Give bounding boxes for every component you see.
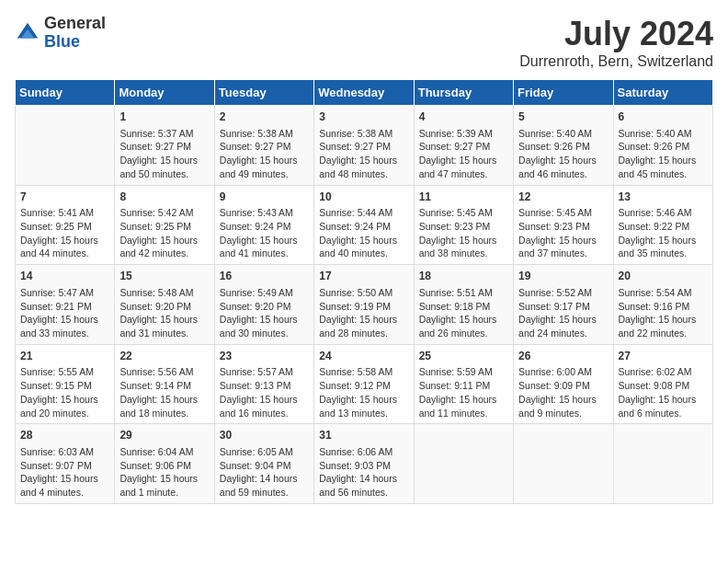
cell-content-line: Sunset: 9:27 PM (220, 140, 309, 154)
calendar-cell: 4Sunrise: 5:39 AMSunset: 9:27 PMDaylight… (414, 106, 513, 186)
day-number: 3 (319, 109, 408, 125)
cell-content-line: Sunset: 9:20 PM (220, 300, 309, 314)
calendar-cell: 30Sunrise: 6:05 AMSunset: 9:04 PMDayligh… (214, 424, 313, 504)
cell-content-line: Daylight: 15 hours and 20 minutes. (20, 393, 109, 419)
cell-content-line: Sunset: 9:18 PM (419, 300, 508, 314)
calendar-cell: 21Sunrise: 5:55 AMSunset: 9:15 PMDayligh… (16, 344, 115, 424)
cell-content-line: Sunrise: 5:45 AM (419, 206, 508, 220)
cell-content-line: Sunset: 9:27 PM (119, 140, 209, 154)
cell-content-line: Sunrise: 5:55 AM (20, 365, 109, 379)
cell-content-line: Sunrise: 5:50 AM (319, 286, 408, 300)
cell-content-line: Sunrise: 5:43 AM (220, 206, 309, 220)
cell-content-line: Sunset: 9:08 PM (619, 379, 708, 393)
day-number: 21 (20, 349, 109, 364)
calendar-cell: 28Sunrise: 6:03 AMSunset: 9:07 PMDayligh… (16, 424, 115, 504)
calendar-cell: 16Sunrise: 5:49 AMSunset: 9:20 PMDayligh… (214, 265, 313, 345)
cell-content-line: Sunset: 9:03 PM (319, 459, 408, 473)
week-row-2: 7Sunrise: 5:41 AMSunset: 9:25 PMDaylight… (16, 185, 713, 265)
logo-text: General Blue (44, 15, 106, 52)
day-number: 30 (220, 428, 309, 443)
calendar-cell: 6Sunrise: 5:40 AMSunset: 9:26 PMDaylight… (613, 106, 712, 186)
cell-content-line: Sunrise: 6:05 AM (220, 445, 309, 459)
cell-content-line: Sunset: 9:20 PM (119, 300, 209, 314)
day-number: 22 (119, 349, 209, 364)
cell-content-line: Daylight: 15 hours and 48 minutes. (319, 154, 408, 180)
calendar-cell (16, 106, 115, 186)
cell-content-line: Sunrise: 5:54 AM (619, 286, 708, 300)
cell-content-line: Sunset: 9:09 PM (518, 379, 608, 393)
day-number: 7 (20, 190, 109, 205)
logo-general: General (44, 14, 106, 32)
day-number: 1 (119, 109, 209, 125)
calendar-cell (414, 424, 513, 504)
cell-content-line: Sunset: 9:06 PM (119, 459, 209, 473)
cell-content-line: Sunrise: 6:04 AM (119, 445, 209, 459)
day-number: 15 (119, 269, 209, 284)
day-number: 12 (518, 190, 608, 205)
day-number: 31 (319, 428, 408, 443)
day-number: 28 (20, 428, 109, 443)
cell-content-line: Sunset: 9:27 PM (319, 140, 408, 154)
day-number: 4 (419, 109, 508, 125)
cell-content-line: Daylight: 15 hours and 4 minutes. (20, 472, 109, 499)
cell-content-line: Sunrise: 5:44 AM (319, 206, 408, 220)
cell-content-line: Daylight: 15 hours and 1 minute. (119, 472, 209, 499)
day-number: 20 (619, 269, 708, 284)
cell-content-line: Daylight: 14 hours and 56 minutes. (319, 472, 408, 499)
cell-content-line: Sunset: 9:21 PM (20, 300, 109, 314)
calendar-cell: 13Sunrise: 5:46 AMSunset: 9:22 PMDayligh… (613, 185, 712, 265)
cell-content-line: Daylight: 15 hours and 31 minutes. (119, 313, 209, 339)
logo-icon (15, 20, 40, 46)
cell-content-line: Sunrise: 5:51 AM (419, 286, 508, 300)
header-thursday: Thursday (414, 80, 513, 106)
main-title: July 2024 (519, 15, 713, 53)
calendar-cell: 8Sunrise: 5:42 AMSunset: 9:25 PMDaylight… (115, 185, 214, 265)
cell-content-line: Daylight: 15 hours and 33 minutes. (20, 313, 109, 339)
cell-content-line: Daylight: 15 hours and 9 minutes. (518, 393, 608, 419)
day-number: 26 (518, 349, 608, 364)
calendar-cell: 20Sunrise: 5:54 AMSunset: 9:16 PMDayligh… (613, 265, 712, 345)
cell-content-line: Daylight: 15 hours and 47 minutes. (419, 154, 508, 180)
calendar-cell: 2Sunrise: 5:38 AMSunset: 9:27 PMDaylight… (214, 106, 313, 186)
cell-content-line: Sunrise: 5:59 AM (419, 365, 508, 379)
day-number: 2 (220, 109, 309, 125)
cell-content-line: Sunrise: 5:49 AM (220, 286, 309, 300)
cell-content-line: Daylight: 15 hours and 6 minutes. (619, 393, 708, 419)
cell-content-line: Sunset: 9:13 PM (220, 379, 309, 393)
day-number: 24 (319, 349, 408, 364)
page-header: General Blue July 2024 Durrenroth, Bern,… (15, 15, 713, 70)
calendar-cell: 1Sunrise: 5:37 AMSunset: 9:27 PMDaylight… (115, 106, 214, 186)
calendar-cell: 29Sunrise: 6:04 AMSunset: 9:06 PMDayligh… (115, 424, 214, 504)
cell-content-line: Sunrise: 5:40 AM (518, 127, 608, 141)
week-row-3: 14Sunrise: 5:47 AMSunset: 9:21 PMDayligh… (16, 265, 713, 345)
day-number: 25 (419, 349, 508, 364)
day-number: 17 (319, 269, 408, 284)
day-number: 23 (220, 349, 309, 364)
calendar-header-row: SundayMondayTuesdayWednesdayThursdayFrid… (16, 80, 713, 106)
day-number: 13 (619, 190, 708, 205)
cell-content-line: Daylight: 15 hours and 30 minutes. (220, 313, 309, 339)
day-number: 11 (419, 190, 508, 205)
calendar-cell: 12Sunrise: 5:45 AMSunset: 9:23 PMDayligh… (514, 185, 613, 265)
cell-content-line: Sunrise: 6:06 AM (319, 445, 408, 459)
calendar-cell: 22Sunrise: 5:56 AMSunset: 9:14 PMDayligh… (115, 344, 214, 424)
cell-content-line: Sunrise: 5:48 AM (119, 286, 209, 300)
cell-content-line: Daylight: 15 hours and 50 minutes. (119, 154, 209, 180)
calendar-cell: 14Sunrise: 5:47 AMSunset: 9:21 PMDayligh… (16, 265, 115, 345)
week-row-1: 1Sunrise: 5:37 AMSunset: 9:27 PMDaylight… (16, 106, 713, 186)
calendar-cell: 3Sunrise: 5:38 AMSunset: 9:27 PMDaylight… (314, 106, 414, 186)
cell-content-line: Sunrise: 5:46 AM (619, 206, 708, 220)
calendar-cell: 23Sunrise: 5:57 AMSunset: 9:13 PMDayligh… (214, 344, 313, 424)
cell-content-line: Sunset: 9:23 PM (518, 220, 608, 234)
cell-content-line: Sunset: 9:07 PM (20, 459, 109, 473)
cell-content-line: Daylight: 14 hours and 59 minutes. (220, 472, 309, 499)
cell-content-line: Daylight: 15 hours and 11 minutes. (419, 393, 508, 419)
cell-content-line: Daylight: 15 hours and 42 minutes. (119, 234, 209, 260)
cell-content-line: Daylight: 15 hours and 16 minutes. (220, 393, 309, 419)
calendar-cell: 19Sunrise: 5:52 AMSunset: 9:17 PMDayligh… (514, 265, 613, 345)
header-sunday: Sunday (16, 80, 115, 106)
cell-content-line: Sunrise: 5:42 AM (119, 206, 209, 220)
day-number: 16 (220, 269, 309, 284)
subtitle: Durrenroth, Bern, Switzerland (519, 53, 713, 70)
cell-content-line: Daylight: 15 hours and 45 minutes. (619, 154, 708, 180)
